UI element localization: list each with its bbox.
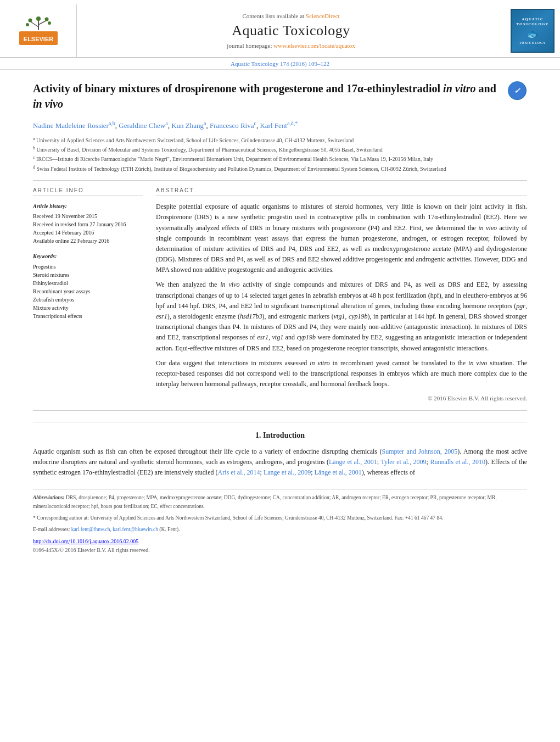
article-info-label: ARTICLE INFO [33,187,143,196]
issn-line: 0166-445X/© 2016 Elsevier B.V. All right… [33,546,527,555]
abstract-para-1: Despite potential exposure of aquatic or… [156,202,527,275]
corresponding-author-note: * Corresponding author at: University of… [33,514,527,522]
citation-bar: Aquatic Toxicology 174 (2016) 109–122 [0,58,560,70]
copyright-line: © 2016 Elsevier B.V. All rights reserved… [156,394,527,404]
keyword-4: Recombinant yeast assays [33,287,143,295]
revised-date: Received in revised form 27 January 2016 [33,220,143,228]
divider-1 [33,180,527,181]
doi-line[interactable]: http://dx.doi.org/10.1016/j.aquatox.2016… [33,537,527,546]
intro-heading: 1. Introduction [33,431,527,440]
journal-homepage: journal homepage: www.elsevier.com/locat… [227,42,355,49]
ref-runnalls-2010[interactable]: Runnalls et al., 2010 [430,458,485,466]
history-label: Article history: [33,202,143,211]
keyword-1: Progestins [33,263,143,271]
article-title: Activity of binary mixtures of drospiren… [33,81,496,111]
svg-point-8 [26,23,29,26]
citation-text: Aquatic Toxicology 174 (2016) 109–122 [231,60,329,67]
keyword-6: Mixture activity [33,304,143,312]
svg-line-3 [30,21,38,27]
abstract-column: ABSTRACT Despite potential exposure of a… [156,187,527,404]
crossmark-badge[interactable]: ✓ [507,81,527,101]
affil-a: a University of Applied Sciences and Art… [33,136,527,145]
keyword-2: Steroid mixtures [33,271,143,279]
sciencedirect-label: Contents lists available at ScienceDirec… [242,13,339,19]
ref-lange-2001[interactable]: Länge et al., 2001 [329,458,377,466]
elsevier-logo-area: ELSEVIER [0,4,77,57]
aquatic-toxicology-logo-area: AQUATICTOXIcoLOGY 🐟 TOXICOLOGY [505,4,560,57]
aquatic-toxicology-logo: AQUATICTOXIcoLOGY 🐟 TOXICOLOGY [511,9,555,53]
authors-line: Nadine Madeleine Rossiera,b, Geraldine C… [33,119,527,131]
crossmark-icon: ✓ [508,81,527,100]
article-info-abstract: ARTICLE INFO Article history: Received 1… [33,187,527,404]
svg-point-5 [36,16,41,21]
journal-title: Aquatic Toxicology [232,23,350,39]
email-link-1[interactable]: karl.fent@fhnw.ch [71,527,110,532]
page: ELSEVIER Contents lists available at Sci… [0,0,560,742]
svg-point-7 [44,17,48,21]
keywords-section: Keywords: Progestins Steroid mixtures Et… [33,252,143,320]
footnotes-area: Abbreviations: DRS, drospirenone; P4, pr… [33,489,527,555]
svg-line-4 [38,20,47,25]
keyword-3: Ethinylestradiol [33,279,143,287]
ref-lange-2009[interactable]: Lange et al., 2009 [264,468,311,476]
svg-text:✓: ✓ [514,86,521,95]
abstract-text: Despite potential exposure of aquatic or… [156,202,527,404]
fish-icon: 🐟 [527,28,539,40]
aquatic-logo-top-text: AQUATICTOXIcoLOGY [517,17,549,27]
affil-c: c IRCCS—Istituto di Ricerche Farmacologi… [33,154,527,164]
email-note: E-mail addresses: karl.fent@fhnw.ch, kar… [33,526,527,534]
keywords-label: Keywords: [33,252,143,261]
svg-point-9 [48,21,51,25]
aquatic-logo-bottom-text: TOXICOLOGY [519,41,546,44]
affil-d: d Swiss Federal Institute of Technology … [33,164,527,174]
journal-url[interactable]: www.elsevier.com/locate/aquatox [273,42,355,49]
ref-tyler-2009[interactable]: Tyler et al., 2009 [380,458,426,466]
doi-link[interactable]: http://dx.doi.org/10.1016/j.aquatox.2016… [33,538,138,544]
divider-2 [33,410,527,411]
keyword-5: Zebrafish embryos [33,295,143,304]
received-date: Received 19 November 2015 [33,212,143,220]
svg-point-6 [28,18,32,22]
introduction-section: 1. Introduction Aquatic organism such as… [33,422,527,478]
abstract-para-2: We then analyzed the in vivo activity of… [156,280,527,353]
svg-text:ELSEVIER: ELSEVIER [23,36,53,42]
affiliations: a University of Applied Sciences and Art… [33,136,527,174]
abbreviations-note: Abbreviations: DRS, drospirenone; P4, pr… [33,494,527,510]
elsevier-logo: ELSEVIER [19,15,58,47]
email-link-2[interactable]: karl.fent@bluewin.ch [113,527,158,532]
affil-b: b University of Basel, Division of Molec… [33,145,527,154]
abstract-label: ABSTRACT [156,187,527,196]
abstract-para-3: Our data suggest that interactions in mi… [156,358,527,390]
available-date: Available online 22 February 2016 [33,237,143,245]
article-info-column: ARTICLE INFO Article history: Received 1… [33,187,143,404]
accepted-date: Accepted 14 February 2016 [33,228,143,237]
intro-text: Aquatic organism such as fish can often … [33,447,527,478]
article-history: Article history: Received 19 November 20… [33,202,143,245]
ref-sumpter-2005[interactable]: Sumpter and Johnson, 2005 [382,448,457,455]
main-content: Activity of binary mixtures of drospiren… [0,70,560,566]
keyword-7: Transcriptional effects [33,312,143,320]
ref-lange-2001b[interactable]: Länge et al., 2001 [315,468,362,476]
journal-header: ELSEVIER Contents lists available at Sci… [0,0,560,58]
article-header: Activity of binary mixtures of drospiren… [33,81,527,111]
elsevier-tree-icon: ELSEVIER [19,15,58,45]
ref-aris-2014[interactable]: Aris et al., 2014 [218,468,260,476]
sciencedirect-link[interactable]: ScienceDirect [306,13,340,19]
journal-title-area: Contents lists available at ScienceDirec… [77,4,505,57]
